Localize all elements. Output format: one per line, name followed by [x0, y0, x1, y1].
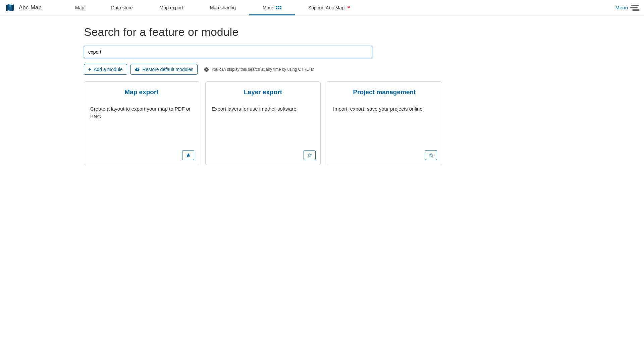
page-title: Search for a feature or module — [84, 25, 560, 39]
info-icon: i — [204, 67, 209, 72]
favorite-button[interactable] — [425, 150, 437, 160]
nav-data-store-label: Data store — [111, 5, 133, 10]
top-navigation: Abc-Map Map Data store Map export Map sh… — [0, 0, 644, 15]
card-description: Export layers for use in other software — [212, 105, 314, 113]
card-description: Create a layout to export your map to PD… — [90, 105, 193, 120]
nav-map-export[interactable]: Map export — [146, 0, 197, 15]
burger-icon — [631, 5, 639, 11]
menu-label: Menu — [615, 5, 628, 10]
app-name: Abc-Map — [19, 4, 42, 11]
nav-support[interactable]: Support Abc-Map ❤ — [295, 0, 364, 15]
nav-support-label: Support Abc-Map — [308, 5, 344, 10]
cloud-upload-icon — [135, 67, 140, 72]
hint-label: You can display this search at any time … — [211, 67, 314, 72]
nav-more-label: More — [263, 5, 273, 10]
heart-icon: ❤ — [347, 5, 350, 10]
card-description: Import, export, save your projects onlin… — [333, 105, 436, 113]
main-content: Search for a feature or module + Add a m… — [0, 15, 644, 175]
card-title: Project management — [333, 88, 436, 96]
star-filled-icon — [186, 153, 191, 158]
svg-point-1 — [10, 5, 10, 6]
result-card[interactable]: Map export Create a layout to export you… — [84, 81, 199, 165]
nav-map-sharing[interactable]: Map sharing — [197, 0, 249, 15]
star-outline-icon — [307, 153, 312, 158]
add-module-label: Add a module — [94, 67, 122, 72]
grid-icon — [276, 6, 281, 9]
star-outline-icon — [429, 153, 434, 158]
nav-more[interactable]: More — [249, 0, 295, 15]
result-card[interactable]: Project management Import, export, save … — [327, 81, 442, 165]
restore-label: Restore default modules — [143, 67, 194, 72]
card-title: Layer export — [212, 88, 314, 96]
nav-items: Map Data store Map export Map sharing Mo… — [62, 0, 615, 15]
logo-section[interactable]: Abc-Map — [5, 4, 42, 12]
add-module-button[interactable]: + Add a module — [84, 64, 127, 75]
search-input[interactable] — [84, 46, 372, 58]
plus-icon: + — [88, 67, 91, 72]
restore-modules-button[interactable]: Restore default modules — [130, 64, 198, 75]
favorite-button[interactable] — [304, 150, 316, 160]
nav-map[interactable]: Map — [62, 0, 98, 15]
result-card[interactable]: Layer export Export layers for use in ot… — [205, 81, 321, 165]
card-title: Map export — [90, 88, 193, 96]
hint-text: i You can display this search at any tim… — [204, 67, 314, 72]
action-row: + Add a module Restore default modules i… — [84, 64, 560, 75]
nav-map-sharing-label: Map sharing — [210, 5, 236, 10]
map-logo-icon — [5, 4, 15, 12]
favorite-button[interactable] — [182, 150, 194, 160]
menu-button[interactable]: Menu — [615, 5, 639, 11]
nav-data-store[interactable]: Data store — [98, 0, 146, 15]
nav-map-export-label: Map export — [160, 5, 183, 10]
nav-map-label: Map — [75, 5, 84, 10]
results-grid: Map export Create a layout to export you… — [84, 81, 560, 165]
